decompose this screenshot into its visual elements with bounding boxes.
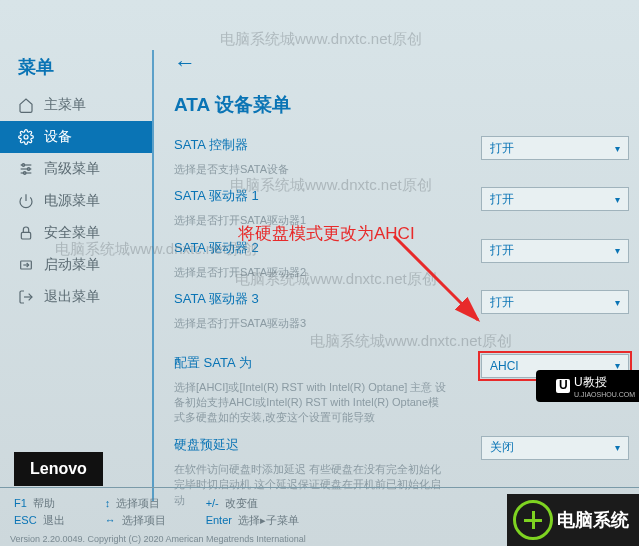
setting-desc: 选择[AHCI]或[Intel(R) RST with Intel(R) Opt… [168, 380, 448, 426]
sata-drive3-select[interactable]: 打开 ▾ [481, 290, 629, 314]
sidebar-item-label: 退出菜单 [44, 288, 100, 306]
sidebar-item-label: 电源菜单 [44, 192, 100, 210]
select-value: 关闭 [490, 439, 514, 456]
chevron-down-icon: ▾ [615, 194, 620, 205]
select-value: 打开 [490, 242, 514, 259]
plus-circle-icon [513, 500, 553, 540]
sidebar-item-advanced[interactable]: 高级菜单 [0, 153, 152, 185]
u-badge-icon [556, 379, 570, 393]
setting-label: SATA 驱动器 2 [174, 239, 481, 257]
setting-label: 硬盘预延迟 [174, 436, 481, 454]
select-value: 打开 [490, 140, 514, 157]
sata-controller-select[interactable]: 打开 ▾ [481, 136, 629, 160]
overlay-brand-sub: U.JIAOSHOU.COM [574, 391, 635, 398]
hint-label: 改变值 [225, 497, 258, 509]
hint-label: 帮助 [33, 497, 55, 509]
sidebar-item-main[interactable]: 主菜单 [0, 89, 152, 121]
setting-desc: 选择是否打开SATA驱动器1 [168, 213, 448, 228]
sidebar-item-label: 主菜单 [44, 96, 86, 114]
brand-logo: Lenovo [14, 452, 103, 486]
key-hint: F1 [14, 497, 27, 509]
sidebar-item-exit[interactable]: 退出菜单 [0, 281, 152, 313]
chevron-down-icon: ▾ [615, 143, 620, 154]
hint-label: 选择▸子菜单 [238, 514, 299, 526]
select-value: AHCI [490, 359, 519, 373]
setting-label: SATA 驱动器 3 [174, 290, 481, 308]
sidebar-title: 菜单 [0, 55, 152, 89]
key-hint: ESC [14, 514, 37, 526]
sidebar-item-boot[interactable]: 启动菜单 [0, 249, 152, 281]
overlay-brand-text: U教授 [574, 374, 635, 391]
select-value: 打开 [490, 294, 514, 311]
page-title: ATA 设备菜单 [174, 92, 629, 118]
chevron-down-icon: ▾ [615, 297, 620, 308]
setting-desc: 选择是否支持SATA设备 [168, 162, 448, 177]
key-hint: Enter [206, 514, 232, 526]
chevron-down-icon: ▾ [615, 245, 620, 256]
setting-label: 配置 SATA 为 [174, 354, 481, 372]
sidebar-item-security[interactable]: 安全菜单 [0, 217, 152, 249]
arrow-left-icon: ← [174, 50, 196, 75]
setting-desc: 选择是否打开SATA驱动器3 [168, 316, 448, 331]
lock-icon [18, 225, 34, 241]
setting-label: SATA 控制器 [174, 136, 481, 154]
hint-label: 选择项目 [116, 497, 160, 509]
arrow-keys-icon: ↕ [105, 497, 111, 509]
power-icon [18, 193, 34, 209]
sliders-icon [18, 161, 34, 177]
arrow-keys-icon: ↔ [105, 514, 116, 526]
main-panel: ← ATA 设备菜单 SATA 控制器 打开 ▾ 选择是否支持SATA设备 SA… [154, 0, 639, 546]
setting-label: SATA 驱动器 1 [174, 187, 481, 205]
overlay-brand-text: 电脑系统 [557, 508, 629, 532]
sidebar-item-label: 启动菜单 [44, 256, 100, 274]
key-hint: +/- [206, 497, 219, 509]
sata-drive1-select[interactable]: 打开 ▾ [481, 187, 629, 211]
sidebar-item-label: 高级菜单 [44, 160, 100, 178]
svg-point-0 [24, 135, 28, 139]
svg-rect-8 [21, 232, 30, 239]
overlay-logo-2: U教授 U.JIAOSHOU.COM [536, 370, 639, 402]
select-value: 打开 [490, 191, 514, 208]
sata-drive2-select[interactable]: 打开 ▾ [481, 239, 629, 263]
overlay-logo-1: 电脑系统 [507, 494, 639, 546]
gear-icon [18, 129, 34, 145]
setting-desc: 选择是否打开SATA驱动器2 [168, 265, 448, 280]
hint-label: 选择项目 [122, 514, 166, 526]
back-button[interactable]: ← [168, 50, 629, 76]
sidebar-item-label: 设备 [44, 128, 72, 146]
sidebar: 菜单 主菜单 设备 高级菜单 电源菜单 安全菜单 启动菜单 退出菜单 [0, 0, 152, 546]
boot-icon [18, 257, 34, 273]
version-text: Version 2.20.0049. Copyright (C) 2020 Am… [10, 534, 306, 544]
hdd-predelay-select[interactable]: 关闭 ▾ [481, 436, 629, 460]
sidebar-item-power[interactable]: 电源菜单 [0, 185, 152, 217]
exit-icon [18, 289, 34, 305]
home-icon [18, 97, 34, 113]
sidebar-item-devices[interactable]: 设备 [0, 121, 152, 153]
chevron-down-icon: ▾ [615, 442, 620, 453]
hint-label: 退出 [43, 514, 65, 526]
sidebar-item-label: 安全菜单 [44, 224, 100, 242]
